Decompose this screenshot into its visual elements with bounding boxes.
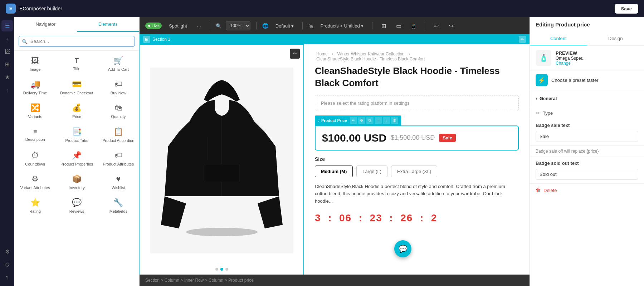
element-item-variant-attributes[interactable]: ⚙ Variant Attributes: [14, 171, 56, 194]
element-icon-reviews: 💬: [72, 198, 82, 207]
size-label: Size: [315, 156, 519, 162]
preset-section[interactable]: ⚡ Choose a preset faster: [530, 70, 644, 90]
right-panel: Editing Product price Content Design 🧴 P…: [530, 17, 644, 286]
topbar-left: E EComposer builder: [6, 4, 62, 14]
image-edit-overlay[interactable]: ✏: [290, 49, 300, 59]
element-item-add-to-cart[interactable]: 🛒 Add To Cart: [98, 52, 139, 76]
element-item-inventory[interactable]: 📦 Inventory: [56, 171, 97, 194]
spotlight-button[interactable]: Spotlight: [166, 22, 190, 30]
preview-label: PREVIEW: [556, 50, 638, 56]
price-settings-btn[interactable]: ⚙: [358, 117, 365, 124]
dot-3[interactable]: [225, 268, 228, 271]
element-item-description[interactable]: ≡ Description: [14, 123, 56, 147]
tab-design[interactable]: Design: [587, 32, 644, 45]
element-item-quantity[interactable]: 🛍 Quantity: [98, 99, 139, 123]
element-item-countdown[interactable]: ⏱ Countdown: [14, 147, 56, 171]
layout-tablet-btn[interactable]: ▭: [393, 20, 404, 31]
redo-btn[interactable]: ↪: [446, 20, 457, 31]
badge-sale-text-input[interactable]: [536, 131, 638, 142]
layout-desktop-btn[interactable]: ⊞: [378, 20, 389, 31]
breadcrumb-collection[interactable]: Winter Whisper Knitwear Collection: [337, 51, 405, 56]
element-icon-image: 🖼: [31, 56, 39, 65]
sidebar-btn-image[interactable]: 🖼: [1, 46, 13, 57]
element-label-price: Price: [72, 114, 81, 119]
canvas-area: Live Spotlight ··· 🔍 100% 🌐 Default ▾ 🛍 …: [140, 17, 530, 286]
badge-sale-text-label: Badge sale text: [536, 123, 638, 128]
size-btn-large[interactable]: Large (L): [356, 166, 387, 177]
sidebar-btn-star[interactable]: ★: [1, 72, 13, 83]
element-label-rating: Rating: [29, 209, 41, 214]
price-edit-btn[interactable]: ✏: [350, 117, 357, 124]
sidebar-btn-upload[interactable]: ↑: [1, 84, 13, 96]
size-btn-medium[interactable]: Medium (M): [315, 166, 353, 177]
section-header-bar: ⊞ Section 1 ✏: [140, 34, 530, 44]
element-item-rating[interactable]: ⭐ Rating: [14, 194, 56, 218]
general-section: ▾ General: [530, 90, 644, 107]
element-icon-variant-attributes: ⚙: [31, 174, 39, 184]
element-item-buy-now[interactable]: 🏷 Buy Now: [98, 76, 139, 99]
element-item-title[interactable]: T Title: [56, 52, 97, 76]
sidebar-btn-layers[interactable]: ☰: [1, 20, 13, 31]
section-edit-btn[interactable]: ✏: [519, 36, 526, 43]
edit-icon: ✏: [536, 110, 540, 116]
sidebar-btn-add[interactable]: +: [1, 33, 13, 44]
sidebar-btn-layout[interactable]: ⊞: [1, 59, 13, 70]
element-item-product-properties[interactable]: 📌 Product Properties: [56, 147, 97, 171]
sidebar-btn-settings[interactable]: ⚙: [1, 246, 13, 257]
size-btn-xl[interactable]: Extra Large (XL): [391, 166, 437, 177]
element-label-wishlist: Wishlist: [112, 186, 125, 190]
element-icon-product-attributes: 🏷: [114, 151, 122, 160]
image-carousel-dots: [215, 268, 228, 271]
tab-content[interactable]: Content: [530, 32, 587, 45]
sidebar-btn-shield[interactable]: 🛡: [1, 259, 13, 270]
delete-icon: 🗑: [536, 187, 541, 193]
breadcrumb-sep-2: ›: [409, 51, 410, 56]
badge-sale-off-label: Badge sale off will replace {price}: [536, 149, 638, 154]
price-down-btn[interactable]: ↓: [383, 117, 390, 124]
element-label-quantity: Quantity: [111, 114, 126, 119]
general-header[interactable]: ▾ General: [536, 94, 638, 103]
badge-sold-out-input[interactable]: [536, 169, 638, 180]
dot-2[interactable]: [220, 268, 223, 271]
layout-mobile-btn[interactable]: 📱: [408, 20, 419, 31]
tab-elements[interactable]: Elements: [77, 17, 140, 32]
element-item-wishlist[interactable]: ♥ Wishlist: [98, 171, 139, 194]
default-button[interactable]: Default ▾: [273, 22, 297, 30]
undo-btn[interactable]: ↩: [431, 20, 441, 31]
price-delete-btn[interactable]: 🗑: [391, 117, 398, 124]
save-button[interactable]: Save: [615, 4, 638, 14]
search-input[interactable]: [19, 36, 135, 47]
price-copy-btn[interactable]: ⧉: [366, 117, 374, 124]
breadcrumb-home[interactable]: Home: [316, 51, 328, 56]
delete-row[interactable]: 🗑 Delete: [530, 184, 644, 197]
products-button[interactable]: Products > Untitled ▾: [317, 22, 366, 30]
dot-1[interactable]: [215, 268, 218, 271]
element-label-inventory: Inventory: [69, 186, 85, 190]
price-up-btn[interactable]: ↑: [375, 117, 382, 124]
zoom-selector[interactable]: 100%: [226, 21, 250, 30]
element-item-product-accordion[interactable]: 📋 Product Accordion: [98, 123, 139, 147]
element-item-delivery-time[interactable]: 🚚 Delivery Time: [14, 76, 56, 99]
element-anchor-icon: ⤴: [318, 118, 320, 123]
element-item-product-attributes[interactable]: 🏷 Product Attributes: [98, 147, 139, 171]
element-item-product-tabs[interactable]: 📑 Product Tabs: [56, 123, 97, 147]
size-options: Medium (M) Large (L) Extra Large (XL): [315, 166, 519, 177]
section-collapse-icon[interactable]: ⊞: [143, 36, 150, 43]
element-item-reviews[interactable]: 💬 Reviews: [56, 194, 97, 218]
tab-navigator[interactable]: Navigator: [14, 17, 77, 32]
element-item-price[interactable]: 💰 Price: [56, 99, 97, 123]
element-label-product-accordion: Product Accordion: [102, 138, 134, 143]
more-options-button[interactable]: ···: [194, 22, 204, 30]
sidebar-btn-question[interactable]: ?: [1, 272, 13, 283]
breadcrumb-product[interactable]: CleanShadeStyle Black Hoodie - Timeless …: [316, 56, 425, 61]
element-icon-add-to-cart: 🛒: [113, 56, 123, 65]
element-label-buy-now: Buy Now: [111, 91, 126, 95]
chat-fab[interactable]: 💬: [394, 240, 411, 257]
element-item-metafields[interactable]: 🔧 Metafields: [98, 194, 139, 218]
preset-icon: ⚡: [536, 74, 548, 86]
element-item-image[interactable]: 🖼 Image: [14, 52, 56, 76]
elements-row-4: ≡ Description 📑 Product Tabs 📋 Product A…: [14, 123, 139, 147]
element-item-variants[interactable]: 🔀 Variants: [14, 99, 56, 123]
preview-change-link[interactable]: Change: [556, 61, 638, 66]
element-item-dynamic-checkout[interactable]: 💳 Dynamic Checkout: [56, 76, 97, 99]
